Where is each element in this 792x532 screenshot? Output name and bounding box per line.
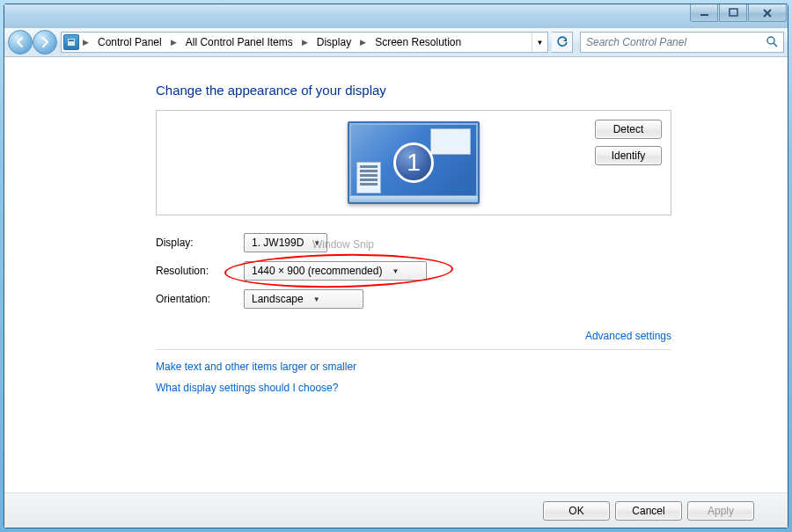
display-dropdown[interactable]: 1. JW199D ▼ [244,233,327,252]
breadcrumb-item[interactable]: Display [312,33,356,52]
svg-rect-0 [700,14,708,16]
advanced-settings-link[interactable]: Advanced settings [585,330,671,342]
display-preview: 1 Detect Identify [156,110,671,215]
svg-point-4 [767,37,774,44]
detect-button[interactable]: Detect [595,120,662,139]
control-panel-icon [63,34,79,50]
chevron-right-icon: ▶ [358,38,368,47]
content-area: Change the appearance of your display 1 … [4,57,788,528]
chevron-right-icon: ▶ [300,38,310,47]
display-label: Display: [156,237,244,249]
help-link[interactable]: What display settings should I choose? [156,382,671,394]
page-heading: Change the appearance of your display [156,83,671,98]
breadcrumb-item[interactable]: Screen Resolution [370,33,466,52]
orientation-dropdown[interactable]: Landscape ▼ [244,289,363,309]
breadcrumb-item[interactable]: All Control Panel Items [180,33,298,52]
apply-button[interactable]: Apply [687,501,754,521]
svg-line-5 [774,43,777,47]
search-input[interactable]: Search Control Panel [580,32,784,53]
text-size-link[interactable]: Make text and other items larger or smal… [156,361,671,373]
window-controls [690,4,787,22]
breadcrumb-item[interactable]: Control Panel [92,33,167,52]
titlebar [4,4,788,27]
svg-rect-1 [730,9,737,16]
back-button[interactable] [8,30,33,55]
identify-button[interactable]: Identify [595,146,662,165]
refresh-button[interactable] [552,32,573,53]
chevron-down-icon: ▼ [311,239,323,247]
monitor-thumbnail[interactable]: 1 [348,121,480,204]
chevron-down-icon: ▼ [311,295,323,303]
close-button[interactable] [748,4,787,22]
cancel-button[interactable]: Cancel [615,501,682,521]
resolution-label: Resolution: [156,265,244,277]
address-dropdown[interactable]: ▼ [532,33,547,52]
window-frame: ▶ Control Panel ▶ All Control Panel Item… [4,4,788,528]
minimize-button[interactable] [690,4,718,22]
svg-rect-3 [69,40,74,41]
forward-button[interactable] [33,30,57,55]
resolution-dropdown[interactable]: 1440 × 900 (recommended) ▼ [244,261,427,281]
dialog-footer: OK Cancel Apply [4,492,788,528]
search-placeholder: Search Control Panel [586,36,686,48]
chevron-down-icon: ▼ [389,267,401,275]
chevron-right-icon: ▶ [81,38,91,47]
chevron-right-icon: ▶ [169,38,179,47]
search-icon [766,35,778,50]
address-bar[interactable]: ▶ Control Panel ▶ All Control Panel Item… [61,32,548,53]
maximize-button[interactable] [719,4,747,22]
nav-arrows [8,30,57,55]
ok-button[interactable]: OK [543,501,610,521]
navigation-bar: ▶ Control Panel ▶ All Control Panel Item… [4,27,788,57]
orientation-label: Orientation: [156,293,244,305]
monitor-number-badge: 1 [393,142,434,183]
